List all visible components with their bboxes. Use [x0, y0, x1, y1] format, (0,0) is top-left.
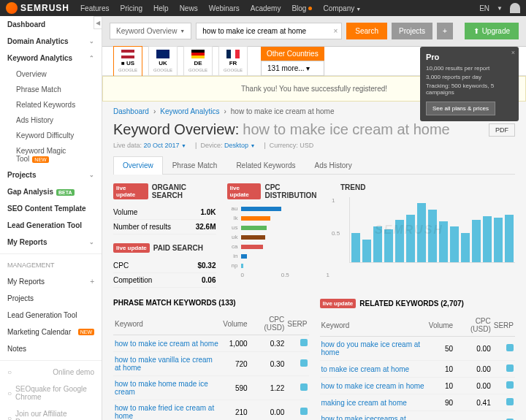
clear-icon[interactable]: × [333, 27, 338, 35]
sidebar-item-gap-analysis[interactable]: Gap AnalysisBETA [0, 183, 102, 200]
plus-icon[interactable]: + [90, 278, 94, 286]
keyword-link[interactable]: how to make home made ice cream [115, 380, 208, 396]
table-row: how to make icecreams at home900.00 [320, 411, 516, 421]
cpc-cell: 0.00 [249, 400, 286, 421]
more-countries-select[interactable]: 131 more... ▾ [261, 61, 324, 76]
pdf-button[interactable]: PDF [489, 123, 515, 137]
chevron-icon: ⌄ [89, 239, 94, 245]
serp-icon[interactable] [506, 398, 514, 405]
topnav-news[interactable]: News [180, 4, 198, 12]
sidebar-item-ads-history[interactable]: Ads History [0, 112, 102, 128]
chevron-down-icon: ▼ [354, 7, 361, 12]
sidebar-item-related-keywords[interactable]: Related Keywords [0, 97, 102, 112]
cpc-cell: 0.30 [249, 352, 286, 376]
keyword-link[interactable]: how to make vanilla ice cream at home [115, 356, 213, 372]
sidebar-item-keyword-magic-tool[interactable]: Keyword Magic ToolNEW [0, 143, 102, 167]
keyword-link[interactable]: how to make ice cream at home [115, 340, 218, 348]
chevron-icon: ⌃ [89, 55, 94, 61]
related-table: KeywordVolumeCPC (USD)SERP how do you ma… [320, 314, 516, 420]
sidebar-item-keyword-difficulty[interactable]: Keyword Difficulty [0, 128, 102, 143]
keyword-link[interactable]: making ice cream at home [321, 399, 407, 407]
search-button[interactable]: Search [346, 23, 387, 39]
date-value[interactable]: 20 Oct 2017 [144, 142, 180, 149]
serp-icon[interactable] [300, 339, 308, 346]
country-de[interactable]: DEGOOGLE [183, 46, 213, 77]
sidebar-gray-link[interactable]: ○Online demo [0, 364, 102, 381]
serp-icon[interactable] [300, 383, 308, 391]
add-project-button[interactable]: + [437, 23, 453, 39]
device-label: Device: [200, 142, 222, 149]
title-keyword: how to make ice cream at home [243, 121, 449, 138]
trend-yaxis: 10.5 [332, 197, 340, 263]
country-uk[interactable]: UKGOOGLE [148, 46, 178, 77]
serp-icon[interactable] [300, 408, 308, 415]
see-plans-button[interactable]: See all plans & prices [426, 102, 495, 115]
title-prefix: Keyword Overview: [113, 121, 239, 138]
section-select[interactable]: Keyword Overview ▼ [110, 23, 191, 39]
sidebar-item-domain-analytics[interactable]: Domain Analytics⌄ [0, 33, 102, 50]
sidebar-item-overview[interactable]: Overview [0, 66, 102, 82]
topnav-academy[interactable]: Academy [251, 4, 281, 12]
topnav-pricing[interactable]: Pricing [120, 4, 142, 12]
sidebar-mgmt-notes[interactable]: Notes [0, 340, 102, 357]
keyword-link[interactable]: how do you make ice cream at home [321, 340, 421, 356]
sidebar-item-phrase-match[interactable]: Phrase Match [0, 82, 102, 97]
sidebar-mgmt-lead-generation-tool[interactable]: Lead Generation Tool [0, 307, 102, 324]
sidebar-label: Gap AnalysisBETA [7, 188, 75, 196]
topnav-help[interactable]: Help [153, 4, 169, 12]
serp-icon[interactable] [506, 364, 514, 372]
search-input[interactable] [202, 27, 335, 35]
sidebar-mgmt-marketing-calendar[interactable]: Marketing CalendarNEW [0, 324, 102, 340]
country-us[interactable]: ■ USGOOGLE [113, 46, 142, 77]
serp-icon[interactable] [506, 344, 514, 351]
trend-chart: SEMRUSH [349, 197, 515, 263]
chevron-icon: ⌄ [89, 38, 94, 45]
language-selector[interactable]: EN [479, 4, 489, 12]
trend-bar [461, 233, 470, 263]
sidebar-gray-link[interactable]: ○SEOquake for Google Chrome [0, 381, 102, 405]
cpc-cell: 0.00 [454, 361, 492, 378]
sidebar-item-my-reports[interactable]: My Reports⌄ [0, 234, 102, 251]
keyword-link[interactable]: how to make ice cream in home [321, 382, 424, 390]
new-badge: NEW [78, 329, 94, 335]
popup-line: Tracking: 500 keywords, 5 campaigns [426, 83, 513, 96]
sidebar: ◀ DashboardDomain Analytics⌄Keyword Anal… [0, 16, 102, 420]
topnav-features[interactable]: Features [80, 4, 109, 12]
topnav-company[interactable]: Company ▼ [323, 4, 361, 12]
user-icon[interactable] [510, 3, 520, 13]
sidebar-item-dashboard[interactable]: Dashboard [0, 16, 102, 33]
serp-icon[interactable] [506, 381, 514, 389]
topnav-blog[interactable]: Blog [291, 4, 312, 12]
chevron-down-icon: ▼ [180, 28, 185, 34]
sidebar-mgmt-my-reports[interactable]: My Reports+ [0, 273, 102, 290]
live-badge: live update [113, 243, 150, 253]
tab-overview[interactable]: Overview [113, 156, 163, 175]
keyword-link[interactable]: to make ice cream at home [321, 365, 410, 373]
country-fr[interactable]: FRGOOGLE [218, 46, 248, 77]
search-input-wrap: × [196, 23, 342, 39]
device-value[interactable]: Desktop [224, 142, 248, 149]
sidebar-item-lead-generation-tool[interactable]: Lead Generation Tool [0, 217, 102, 234]
breadcrumb-item[interactable]: Dashboard [113, 107, 149, 115]
breadcrumb-item[interactable]: Keyword Analytics [160, 107, 219, 115]
projects-button[interactable]: Projects [392, 23, 432, 39]
tab-phrase-match[interactable]: Phrase Match [163, 156, 227, 174]
keyword-link[interactable]: how to make icecreams at home [321, 415, 406, 420]
keyword-link[interactable]: how to make fried ice cream at home [115, 404, 214, 420]
topnav-webinars[interactable]: Webinars [209, 4, 240, 12]
cpc-axis: 00.51 [227, 272, 330, 278]
tab-related-keywords[interactable]: Related Keywords [226, 156, 305, 174]
upgrade-button[interactable]: ⬆ Upgrade [465, 23, 519, 39]
tab-ads-history[interactable]: Ads History [305, 156, 362, 174]
sidebar-item-seo-content-template[interactable]: SEO Content Template [0, 200, 102, 217]
sidebar-item-projects[interactable]: Projects⌄ [0, 167, 102, 183]
trend-bar [406, 215, 415, 262]
collapse-sidebar-icon[interactable]: ◀ [94, 16, 102, 29]
serp-icon[interactable] [300, 359, 308, 367]
sidebar-mgmt-projects[interactable]: Projects [0, 290, 102, 307]
logo[interactable]: SEMRUSH [6, 2, 69, 14]
close-icon[interactable]: × [511, 49, 515, 56]
sidebar-item-keyword-analytics[interactable]: Keyword Analytics⌃ [0, 50, 102, 66]
sidebar-gray-link[interactable]: ○Join our Affiliate Program [0, 405, 102, 420]
sidebar-label: Related Keywords [16, 101, 75, 109]
